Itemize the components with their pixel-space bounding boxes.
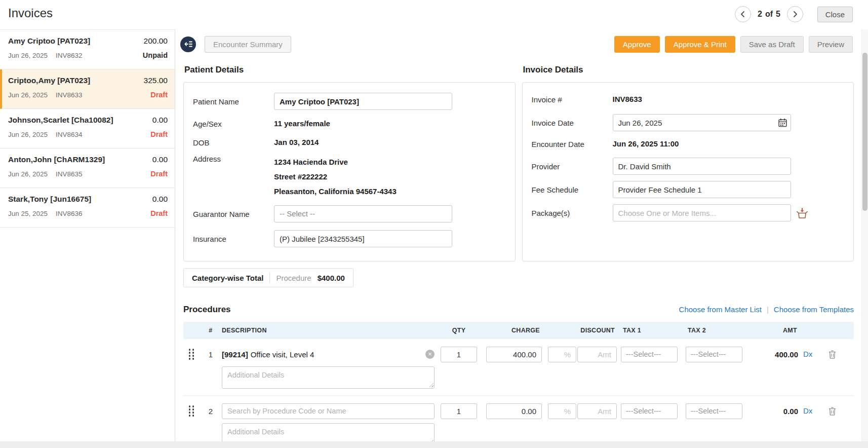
delete-row-button[interactable] [827,406,837,417]
invoice-date: Jun 26, 2025 [8,131,48,138]
invoice-editor: Encounter Summary Approve Approve & Prin… [175,29,868,448]
package-icon[interactable] [796,207,808,219]
invoices-app: Invoices 2 of 5 Close Amy Criptoo [PAT02… [0,0,868,448]
patient-name: Johnson,Scarlet [Cha10082] [8,116,113,125]
row-amount: 0.00 [751,407,799,416]
row-amount: 400.00 [751,350,799,359]
insurance-label: Insurance [193,235,274,243]
pagination-total: 5 [776,10,780,19]
pagination-of: of [765,10,773,19]
invoice-list-item[interactable]: Anton,John [ChARM1329] 0.00 Jun 26, 2025… [0,148,175,188]
invoice-amount: 200.00 [144,36,168,46]
invoice-details-section: Invoice Details Invoice # INV8633 Invoic… [522,62,854,262]
discount-percent-input[interactable] [548,403,576,419]
delete-row-button[interactable] [827,349,837,360]
trash-icon [828,407,836,416]
next-page-button[interactable] [787,6,803,22]
status-badge: Unpaid [143,51,168,59]
additional-details-textarea[interactable] [222,423,435,441]
packages-label: Package(s) [532,209,613,217]
procedure-code: [99214] [222,350,248,359]
tax2-select[interactable]: ---Select--- [686,347,742,362]
discount-percent-input[interactable] [548,347,576,362]
discount-amount-input[interactable] [577,347,617,362]
procedure-row-number: 1 [204,350,218,359]
col-tax1: TAX 1 [621,327,682,334]
patient-details-section: Patient Details Patient Name Age/Sex 11 … [183,62,516,262]
procedures-table: # DESCRIPTION QTY CHARGE DISCOUNT TAX 1 … [183,322,854,441]
preview-button[interactable]: Preview [809,36,853,53]
choose-from-templates-link[interactable]: Choose from Templates [774,305,854,314]
invoice-form: Patient Details Patient Name Age/Sex 11 … [183,62,854,441]
patient-name: Criptoo,Amy [PAT023] [8,76,90,85]
tax1-select[interactable]: ---Select--- [621,403,678,419]
page-title: Invoices [8,6,53,20]
charge-input[interactable] [486,347,542,362]
provider-input[interactable] [613,158,791,175]
close-button[interactable]: Close [817,7,853,22]
invoice-number: INV8635 [56,170,83,178]
drag-handle-icon[interactable] [189,349,194,360]
invoice-details-title: Invoice Details [523,65,854,75]
invoice-amount: 0.00 [152,195,168,204]
prev-page-button[interactable] [735,6,751,22]
collapse-sidebar-button[interactable] [180,36,196,52]
status-badge: Draft [150,209,168,217]
invoice-number-value: INV8633 [613,93,642,106]
approve-and-print-button[interactable]: Approve & Print [665,36,735,53]
patient-name: Anton,John [ChARM1329] [8,155,105,164]
procedure-search-input[interactable] [222,403,435,419]
invoice-amount: 0.00 [152,116,168,125]
drag-handle-icon[interactable] [189,405,194,417]
save-as-draft-button[interactable]: Save as Draft [740,36,804,53]
header: Invoices 2 of 5 Close [0,0,868,29]
additional-details-textarea[interactable] [222,366,435,389]
packages-input[interactable] [613,204,791,221]
guarantor-select[interactable]: -- Select -- [274,205,452,222]
divider: | [767,305,769,314]
tax1-select[interactable]: ---Select--- [621,347,678,362]
dx-link[interactable]: Dx [803,350,812,358]
invoice-date-input[interactable] [613,114,791,131]
choose-from-master-list-link[interactable]: Choose from Master List [679,305,762,314]
fee-schedule-input[interactable] [613,181,791,198]
invoice-number: INV8634 [56,131,83,138]
patient-details-panel: Patient Name Age/Sex 11 years/female DOB… [183,82,516,262]
qty-input[interactable] [441,347,477,362]
insurance-input[interactable] [274,230,452,247]
approve-button[interactable]: Approve [614,36,660,53]
invoice-list-item[interactable]: Amy Criptoo [PAT023] 200.00 Jun 26, 2025… [0,30,175,69]
toolbar: Encounter Summary Approve Approve & Prin… [180,35,853,53]
invoice-date-label: Invoice Date [532,119,613,127]
remove-procedure-icon[interactable]: × [425,350,435,359]
dx-link[interactable]: Dx [803,406,812,415]
patient-name: Stark,Tony [Jun16675] [8,195,91,204]
invoice-list-item[interactable]: Johnson,Scarlet [Cha10082] 0.00 Jun 26, … [0,109,175,148]
pagination-current: 2 [758,10,762,19]
trash-icon [828,350,836,359]
procedure-row: 1 [99214] Office visit, Level 4 × [183,339,854,396]
patient-details-title: Patient Details [184,65,516,75]
col-number: # [204,327,218,334]
col-tax2: TAX 2 [686,327,746,334]
vertical-scrollbar[interactable] [861,29,868,441]
patient-name-input[interactable] [274,93,452,110]
discount-amount-input[interactable] [577,403,617,419]
tax2-select[interactable]: ---Select--- [686,403,742,419]
invoice-list-item[interactable]: Criptoo,Amy [PAT023] 325.00 Jun 26, 2025… [0,69,175,109]
invoice-number: INV8632 [56,52,83,59]
age-sex-label: Age/Sex [193,120,274,128]
invoice-list-item[interactable]: Stark,Tony [Jun16675] 0.00 Jun 25, 2025 … [0,188,175,228]
category-amount: $400.00 [318,274,345,282]
col-amt: AMT [751,327,799,334]
qty-input[interactable] [441,403,477,419]
invoice-date: Jun 26, 2025 [8,52,48,59]
scrollbar-thumb[interactable] [862,53,867,211]
chevron-left-icon [739,11,746,18]
address-value: 1234 Hacienda Drive Street #222222 Pleas… [274,155,397,199]
calendar-icon[interactable] [778,118,787,129]
charge-input[interactable] [486,403,542,419]
procedures-table-header: # DESCRIPTION QTY CHARGE DISCOUNT TAX 1 … [183,322,854,339]
col-description: DESCRIPTION [222,327,435,334]
encounter-summary-button[interactable]: Encounter Summary [205,36,291,53]
